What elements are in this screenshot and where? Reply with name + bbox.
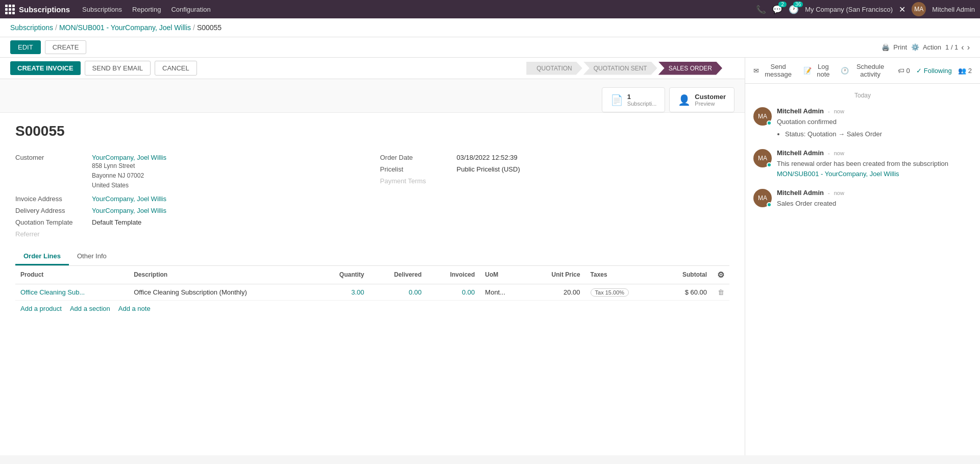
col-invoiced: Invoiced [427,266,480,284]
msg-body-3: Mitchell Admin - now Sales Order created [777,189,972,209]
customer-address: 858 Lynn Street Bayonne NJ 07002 United … [92,161,166,191]
status-steps: QUOTATION QUOTATION SENT SALES ORDER [526,62,722,75]
quotation-template-field: Quotation Template Default Template [15,216,365,228]
doc-header: 📄 1 Subscripti... 👤 Customer Preview [0,79,745,113]
gear-icon: ⚙️ [911,43,919,51]
pricelist-value: Public Pricelist (USD) [457,165,520,173]
msg-time-3: - [828,190,830,196]
pagination: 1 / 1 ‹ › [945,43,970,52]
tab-order-lines[interactable]: Order Lines [15,248,69,265]
checkmark-icon: ✓ [916,67,922,75]
next-button[interactable]: › [967,43,970,52]
tax-badge: Tax 15.00% [591,288,629,297]
col-taxes: Taxes [585,266,659,284]
app-name: Subscriptions [19,5,70,14]
row-delete[interactable]: 🗑 [712,284,729,300]
breadcrumb-sub001[interactable]: MON/SUB001 - YourCompany, Joel Willis [59,23,191,32]
msg-header-1: Mitchell Admin - now [777,107,972,115]
invoice-address-field: Invoice Address YourCompany, Joel Willis [15,193,365,205]
row-invoiced: 0.00 [427,284,480,300]
invoice-address-label: Invoice Address [15,195,92,203]
message-icon: ✉ [753,67,759,75]
send-email-button[interactable]: SEND BY EMAIL [85,61,151,76]
prev-button[interactable]: ‹ [961,43,964,52]
sub-label: Subscripti... [627,101,656,107]
payment-terms-field: Payment Terms [380,175,730,187]
customer-icon: 👤 [678,94,691,106]
breadcrumb-subscriptions[interactable]: Subscriptions [10,23,53,32]
step-quotation-sent[interactable]: QUOTATION SENT [583,62,657,75]
create-invoice-button[interactable]: CREATE INVOICE [10,61,81,75]
delivery-address-link[interactable]: YourCompany, Joel Willis [92,207,166,214]
customer-field: Customer YourCompany, Joel Willis 858 Ly… [15,152,365,193]
nav-configuration[interactable]: Configuration [167,4,214,15]
close-icon[interactable]: ✕ [899,5,905,14]
add-note-link[interactable]: Add a note [118,305,151,312]
nav-links: Subscriptions Reporting Configuration [78,4,215,15]
product-link[interactable]: Office Cleaning Sub... [20,288,85,296]
log-note-button[interactable]: 📝 Log note [803,63,832,78]
cancel-button[interactable]: CANCEL [155,61,197,76]
avatar-1: MA [753,107,772,126]
subscriptions-card[interactable]: 📄 1 Subscripti... [602,87,665,112]
add-section-link[interactable]: Add a section [70,305,110,312]
status-bar: CREATE INVOICE SEND BY EMAIL CANCEL QUOT… [0,58,745,79]
tag-icon: 🏷 [898,67,904,75]
msg-detail-1: Status: Quotation → Sales Order [785,129,972,139]
phone-icon[interactable]: 📞 [756,5,766,14]
company-name[interactable]: My Company (San Francisco) [805,6,893,13]
nav-right: 📞 💬 2 🕐 36 My Company (San Francisco) ✕ … [756,2,975,16]
order-date-label: Order Date [380,154,457,161]
col-quantity: Quantity [316,266,369,284]
avatar-2: MA [753,149,772,167]
add-product-link[interactable]: Add a product [20,305,62,312]
add-links: Add a product Add a section Add a note [15,301,729,316]
messages-icon[interactable]: 💬 2 [772,5,782,14]
col-actions: ⚙ [712,266,729,284]
msg-time-1: - [828,108,830,114]
breadcrumb: Subscriptions / MON/SUB001 - YourCompany… [0,18,980,37]
nav-subscriptions[interactable]: Subscriptions [78,4,126,15]
online-dot-3 [767,202,772,207]
msg-text-3: Sales Order created [777,199,972,209]
msg-text-2: This renewal order has been created from… [777,159,972,179]
col-uom: UoM [480,266,526,284]
user-name[interactable]: Mitchell Admin [932,6,975,13]
following-button[interactable]: ✓ Following [916,67,952,75]
row-taxes: Tax 15.00% [585,284,659,300]
avatar[interactable]: MA [912,2,926,16]
quantity-value: 3.00 [351,288,364,296]
subscription-link[interactable]: MON/SUB001 - YourCompany, Joel Willis [777,170,899,178]
quotation-template-value: Default Template [92,218,141,226]
tags-count[interactable]: 🏷 0 [898,67,910,75]
step-sales-order[interactable]: SALES ORDER [658,62,722,75]
customer-preview-card[interactable]: 👤 Customer Preview [669,87,734,112]
invoice-address-link[interactable]: YourCompany, Joel Willis [92,195,166,203]
action-bar: EDIT CREATE 🖨️ Print ⚙️ Action 1 / 1 ‹ › [0,37,980,58]
send-message-button[interactable]: ✉ Send message [753,63,795,78]
app-grid-icon[interactable] [5,5,15,14]
document-icon: 📄 [610,94,623,106]
action-button[interactable]: ⚙️ Action [911,43,941,51]
clock-icon[interactable]: 🕐 36 [789,5,799,14]
order-content: S00055 Customer YourCompany, Joel Willis… [0,113,745,327]
print-button[interactable]: 🖨️ Print [881,43,907,51]
nav-reporting[interactable]: Reporting [128,4,165,15]
tab-other-info[interactable]: Other Info [69,248,115,265]
message-1: MA Mitchell Admin - now Quotation confir… [753,107,972,139]
msg-body-2: Mitchell Admin - now This renewal order … [777,149,972,179]
col-delivered: Delivered [370,266,427,284]
fields-grid: Customer YourCompany, Joel Willis 858 Ly… [15,152,729,240]
chatter-content: Today MA Mitchell Admin - now Quotation … [745,84,980,227]
schedule-activity-button[interactable]: 🕐 Schedule activity [841,63,889,78]
order-number: S00055 [15,123,729,139]
column-settings-icon[interactable]: ⚙ [717,271,724,279]
customer-name-link[interactable]: YourCompany, Joel Willis [92,154,166,161]
referrer-field: Referrer [15,228,365,240]
followers-count[interactable]: 👥 2 [958,67,972,75]
quotation-template-label: Quotation Template [15,218,92,226]
step-quotation[interactable]: QUOTATION [526,62,582,75]
clock-badge: 36 [793,2,803,7]
create-button[interactable]: CREATE [45,40,87,54]
edit-button[interactable]: EDIT [10,40,41,54]
